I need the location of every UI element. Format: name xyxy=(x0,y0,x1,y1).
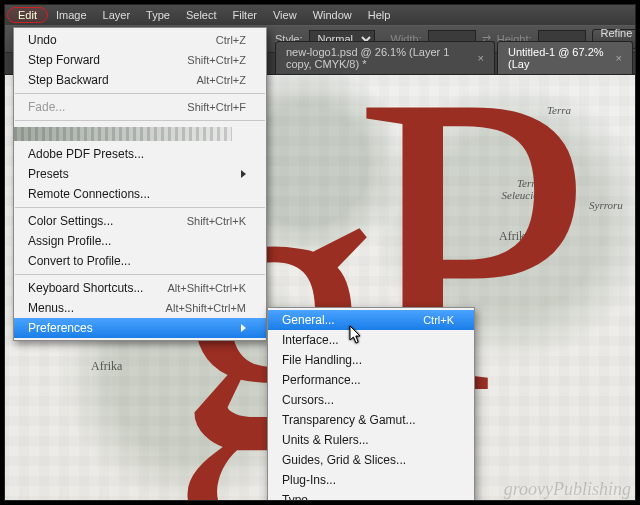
edit-menu-item[interactable]: UndoCtrl+Z xyxy=(14,30,266,50)
edit-menu-item xyxy=(14,124,266,144)
pref-menu-item[interactable]: Transparency & Gamut... xyxy=(268,410,474,430)
menu-item-label: Step Forward xyxy=(28,53,100,67)
menu-item-label: Remote Connections... xyxy=(28,187,150,201)
pref-menu-item[interactable]: Cursors... xyxy=(268,390,474,410)
menu-item-label: Transparency & Gamut... xyxy=(282,413,416,427)
menu-item-label: Keyboard Shortcuts... xyxy=(28,281,143,295)
menu-edit[interactable]: Edit xyxy=(7,7,48,23)
menu-item-label: Fade... xyxy=(28,100,65,114)
shortcut-label: Shift+Ctrl+K xyxy=(163,215,246,227)
document-tab[interactable]: Untitled-1 @ 67.2% (Lay× xyxy=(497,41,633,74)
menu-item-label: Interface... xyxy=(282,333,339,347)
edit-menu: UndoCtrl+ZStep ForwardShift+Ctrl+ZStep B… xyxy=(13,27,267,341)
menu-image[interactable]: Image xyxy=(48,7,95,23)
edit-menu-item[interactable]: Remote Connections... xyxy=(14,184,266,204)
pref-menu-item[interactable]: Units & Rulers... xyxy=(268,430,474,450)
edit-menu-item[interactable]: Presets xyxy=(14,164,266,184)
shortcut-label: Alt+Shift+Ctrl+M xyxy=(142,302,246,314)
edit-menu-item[interactable]: Convert to Profile... xyxy=(14,251,266,271)
pref-menu-item[interactable]: Plug-Ins... xyxy=(268,470,474,490)
menu-item-label: Convert to Profile... xyxy=(28,254,131,268)
close-icon[interactable]: × xyxy=(478,52,484,64)
pref-menu-item[interactable]: General...Ctrl+K xyxy=(268,310,474,330)
edit-menu-item[interactable]: Step ForwardShift+Ctrl+Z xyxy=(14,50,266,70)
menu-view[interactable]: View xyxy=(265,7,305,23)
edit-menu-item[interactable]: Color Settings...Shift+Ctrl+K xyxy=(14,211,266,231)
mouse-cursor-icon xyxy=(349,325,363,345)
menu-item-label: Type... xyxy=(282,493,318,501)
shortcut-label: Shift+Ctrl+F xyxy=(163,101,246,113)
tab-label: Untitled-1 @ 67.2% (Lay xyxy=(508,46,610,70)
tab-label: new-logo1.psd @ 26.1% (Layer 1 copy, CMY… xyxy=(286,46,472,70)
menu-item-label: File Handling... xyxy=(282,353,362,367)
edit-menu-item: Fade...Shift+Ctrl+F xyxy=(14,97,266,117)
edit-menu-item[interactable]: Adobe PDF Presets... xyxy=(14,144,266,164)
menu-item-label: Color Settings... xyxy=(28,214,113,228)
shortcut-label: Ctrl+Z xyxy=(192,34,246,46)
pref-menu-item[interactable]: File Handling... xyxy=(268,350,474,370)
menu-item-label: Menus... xyxy=(28,301,74,315)
close-icon[interactable]: × xyxy=(616,52,622,64)
menu-item-label: Guides, Grid & Slices... xyxy=(282,453,406,467)
menu-window[interactable]: Window xyxy=(305,7,360,23)
pref-menu-item[interactable]: Guides, Grid & Slices... xyxy=(268,450,474,470)
pref-menu-item[interactable]: Type... xyxy=(268,490,474,501)
menubar: EditImageLayerTypeSelectFilterViewWindow… xyxy=(5,5,635,25)
edit-menu-item[interactable]: Step BackwardAlt+Ctrl+Z xyxy=(14,70,266,90)
watermark: groovyPublishing xyxy=(504,479,631,500)
menu-help[interactable]: Help xyxy=(360,7,399,23)
app-frame: EditImageLayerTypeSelectFilterViewWindow… xyxy=(4,4,636,501)
menu-item-label: Preferences xyxy=(28,321,93,335)
menu-item-label: Undo xyxy=(28,33,57,47)
menu-filter[interactable]: Filter xyxy=(225,7,265,23)
menu-item-label: Step Backward xyxy=(28,73,109,87)
edit-menu-item[interactable]: Menus...Alt+Shift+Ctrl+M xyxy=(14,298,266,318)
pref-menu-item[interactable]: Interface... xyxy=(268,330,474,350)
shortcut-label: Shift+Ctrl+Z xyxy=(163,54,246,66)
edit-menu-item[interactable]: Keyboard Shortcuts...Alt+Shift+Ctrl+K xyxy=(14,278,266,298)
menu-item-label: Cursors... xyxy=(282,393,334,407)
edit-menu-item[interactable]: Preferences xyxy=(14,318,266,338)
menu-select[interactable]: Select xyxy=(178,7,225,23)
menu-item-label: Plug-Ins... xyxy=(282,473,336,487)
menu-layer[interactable]: Layer xyxy=(95,7,139,23)
menu-item-label: Adobe PDF Presets... xyxy=(28,147,144,161)
menu-item-label: Presets xyxy=(28,167,69,181)
shortcut-label: Ctrl+K xyxy=(399,314,454,326)
preferences-submenu: General...Ctrl+KInterface...File Handlin… xyxy=(267,307,475,501)
menu-type[interactable]: Type xyxy=(138,7,178,23)
pref-menu-item[interactable]: Performance... xyxy=(268,370,474,390)
shortcut-label: Alt+Ctrl+Z xyxy=(172,74,246,86)
map-label-syrroru: Syrroru xyxy=(589,199,623,211)
edit-menu-item[interactable]: Assign Profile... xyxy=(14,231,266,251)
shortcut-label: Alt+Shift+Ctrl+K xyxy=(143,282,246,294)
menu-item-label: Units & Rulers... xyxy=(282,433,369,447)
chevron-right-icon xyxy=(241,324,246,332)
menu-item-label: Assign Profile... xyxy=(28,234,111,248)
menu-item-label: General... xyxy=(282,313,335,327)
map-label-afrika: Afrika xyxy=(91,359,122,374)
menu-item-label: Performance... xyxy=(282,373,361,387)
document-tab[interactable]: new-logo1.psd @ 26.1% (Layer 1 copy, CMY… xyxy=(275,41,495,74)
chevron-right-icon xyxy=(241,170,246,178)
